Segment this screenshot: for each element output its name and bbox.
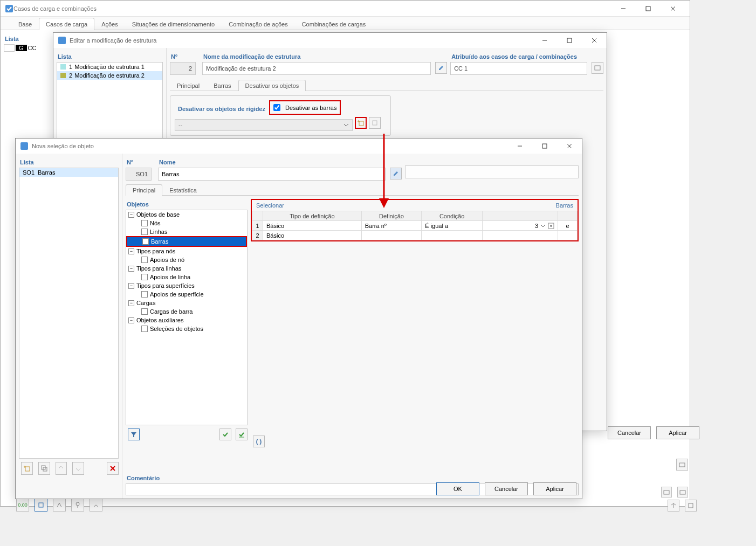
tree-item[interactable]: Apoios de nó bbox=[126, 255, 247, 264]
copy-item-button[interactable] bbox=[38, 462, 50, 475]
checkbox[interactable] bbox=[141, 229, 148, 235]
tab-casos-de-carga[interactable]: Casos de carga bbox=[39, 18, 94, 30]
tab-principal[interactable]: Principal bbox=[170, 80, 207, 91]
anchor-icon[interactable] bbox=[685, 500, 697, 512]
side-tool-icon-1[interactable] bbox=[661, 487, 672, 497]
status-tool-1[interactable]: 0.00 bbox=[16, 499, 29, 512]
deactivate-group: Desativar os objetos de rigidez Desativa… bbox=[170, 95, 391, 136]
checkbox[interactable] bbox=[141, 308, 148, 315]
status-tool-4[interactable] bbox=[71, 499, 84, 512]
edit-name-button[interactable] bbox=[390, 168, 402, 179]
uncheck-all-button[interactable] bbox=[236, 428, 248, 440]
list-item[interactable]: 1 Modificação de estrutura 1 bbox=[57, 63, 162, 71]
tree-group[interactable]: −Cargas bbox=[126, 299, 247, 307]
balance-icon[interactable] bbox=[668, 500, 679, 512]
select-table[interactable]: Tipo de definição Definição Condição bbox=[252, 211, 578, 240]
deactivate-bars-checkbox[interactable] bbox=[273, 104, 280, 111]
tree-item[interactable]: Nós bbox=[126, 219, 247, 227]
checkbox[interactable] bbox=[141, 326, 148, 332]
ok-button[interactable]: OK bbox=[436, 482, 479, 495]
table-row[interactable]: 2 Básico bbox=[252, 231, 578, 240]
apply-button[interactable]: Aplicar bbox=[533, 482, 576, 495]
tree-item[interactable]: Cargas de barra bbox=[126, 307, 247, 316]
tree-item[interactable]: Linhas bbox=[126, 227, 247, 236]
maximize-button[interactable] bbox=[636, 1, 661, 17]
tree-group[interactable]: −Tipos para linhas bbox=[126, 264, 247, 273]
list-item[interactable]: 2 Modificação de estrutura 2 bbox=[57, 71, 162, 80]
new-item-button[interactable] bbox=[21, 462, 33, 475]
check-all-button[interactable] bbox=[219, 428, 231, 440]
edit-title: Editar a modificação de estrutura bbox=[70, 37, 532, 44]
bg-apply-button[interactable]: Aplicar bbox=[656, 426, 699, 439]
tool-button-1[interactable] bbox=[56, 462, 67, 475]
sel-list[interactable]: SO1 Barras bbox=[19, 168, 119, 459]
minimize-button[interactable] bbox=[532, 32, 557, 49]
cancel-button[interactable]: Cancelar bbox=[485, 482, 528, 495]
tree-group[interactable]: −Objetos de base bbox=[126, 210, 247, 219]
tree-item[interactable]: Apoios de superfície bbox=[126, 290, 247, 299]
tab-desativar[interactable]: Desativar os objetos bbox=[238, 80, 306, 91]
tree-item[interactable]: Seleções de objetos bbox=[126, 324, 247, 333]
bracket-tool-button[interactable]: ( ) bbox=[253, 436, 265, 447]
status-tool-3[interactable] bbox=[53, 499, 66, 512]
app-icon bbox=[5, 4, 13, 13]
tab-situacoes[interactable]: Situações de dimensionamento bbox=[125, 18, 222, 30]
list-item[interactable]: SO1 Barras bbox=[19, 168, 118, 177]
close-button[interactable] bbox=[557, 138, 582, 154]
sel-name-field[interactable]: Barras bbox=[158, 168, 386, 181]
tab-estatistica[interactable]: Estatística bbox=[162, 184, 204, 196]
table-row[interactable]: 1 Básico Barra nº É igual a 3 bbox=[252, 221, 578, 231]
checkbox[interactable] bbox=[141, 274, 148, 280]
tab-combinacao-acoes[interactable]: Combinação de ações bbox=[222, 18, 294, 30]
tree-item[interactable]: ✓Barras bbox=[127, 237, 246, 246]
objects-tree[interactable]: −Objetos de baseNósLinhas✓Barras−Tipos p… bbox=[126, 210, 248, 425]
picker-icon[interactable] bbox=[548, 223, 554, 229]
delete-item-button[interactable] bbox=[107, 462, 119, 475]
deactivate-combo[interactable]: -- bbox=[175, 119, 353, 131]
close-button[interactable] bbox=[582, 32, 607, 49]
status-tool-2[interactable] bbox=[35, 499, 47, 512]
edit-selection-button[interactable] bbox=[369, 117, 381, 129]
tab-principal[interactable]: Principal bbox=[126, 184, 162, 196]
checkbox[interactable] bbox=[141, 257, 148, 263]
edit-name-button[interactable] bbox=[435, 62, 447, 74]
side-tool-icon-2[interactable] bbox=[677, 487, 688, 497]
main-tabstrip: Base Casos de carga Ações Situações de d… bbox=[1, 17, 690, 30]
maximize-button[interactable] bbox=[557, 32, 582, 49]
group-title: Desativar os objetos de rigidez bbox=[176, 106, 267, 112]
status-tool-5[interactable] bbox=[90, 499, 102, 512]
tab-acoes[interactable]: Ações bbox=[94, 18, 125, 30]
maximize-button[interactable] bbox=[532, 138, 557, 154]
tool-button-2[interactable] bbox=[72, 462, 84, 475]
expander-icon[interactable]: − bbox=[128, 317, 134, 323]
name-field[interactable]: Modificação de estrutura 2 bbox=[202, 62, 431, 75]
minimize-button[interactable] bbox=[507, 138, 532, 154]
assigned-picker-button[interactable] bbox=[592, 62, 603, 74]
empty-field bbox=[405, 165, 579, 178]
svg-point-37 bbox=[76, 502, 79, 506]
checkbox[interactable]: ✓ bbox=[142, 238, 149, 245]
tab-base[interactable]: Base bbox=[11, 18, 39, 30]
no-label: Nº bbox=[171, 53, 199, 60]
value-cell[interactable]: 3 bbox=[535, 223, 538, 229]
checkbox[interactable] bbox=[141, 291, 148, 298]
tab-barras[interactable]: Barras bbox=[207, 80, 238, 91]
tree-group[interactable]: −Objetos auxiliares bbox=[126, 316, 247, 324]
tree-group[interactable]: −Tipos para nós bbox=[126, 247, 247, 255]
tree-group[interactable]: −Tipos para superfícies bbox=[126, 281, 247, 290]
checkbox[interactable] bbox=[141, 220, 148, 226]
bg-cancel-button[interactable]: Cancelar bbox=[608, 426, 651, 439]
expander-icon[interactable]: − bbox=[128, 266, 134, 272]
side-tool-icon-3[interactable] bbox=[676, 459, 688, 471]
expander-icon[interactable]: − bbox=[128, 300, 134, 306]
expander-icon[interactable]: − bbox=[128, 212, 134, 218]
main-titlebar: Casos de carga e combinações bbox=[1, 1, 690, 17]
tree-item[interactable]: Apoios de linha bbox=[126, 273, 247, 281]
close-button[interactable] bbox=[661, 1, 685, 17]
expander-icon[interactable]: − bbox=[128, 283, 134, 289]
new-selection-button[interactable] bbox=[355, 117, 367, 129]
minimize-button[interactable] bbox=[611, 1, 636, 17]
filter-button[interactable] bbox=[128, 428, 140, 440]
tab-combinacoes-cargas[interactable]: Combinações de cargas bbox=[295, 18, 373, 30]
expander-icon[interactable]: − bbox=[128, 248, 134, 254]
